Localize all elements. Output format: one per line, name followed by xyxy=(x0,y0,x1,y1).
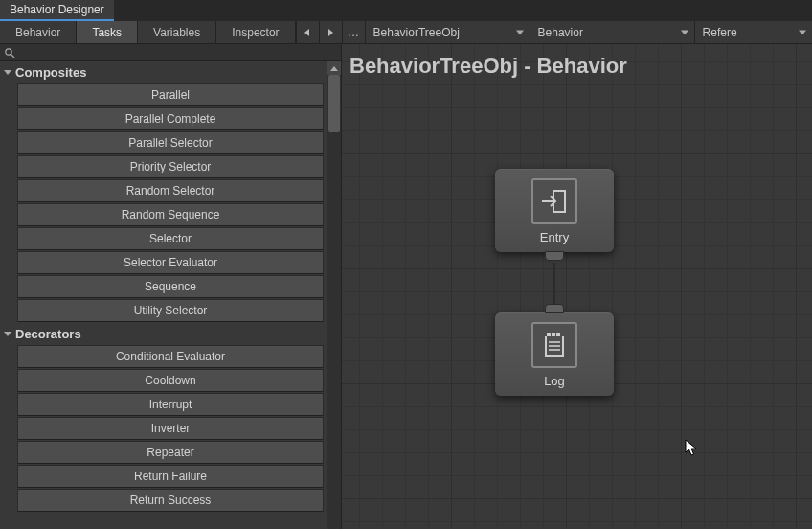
task-return-success[interactable]: Return Success xyxy=(17,489,324,512)
task-cooldown[interactable]: Cooldown xyxy=(17,369,324,392)
node-label: Log xyxy=(544,374,565,388)
behavior-selector[interactable]: Behavior xyxy=(530,21,694,44)
task-parallel-complete[interactable]: Parallel Complete xyxy=(17,107,324,130)
node-label: Entry xyxy=(540,230,569,244)
canvas-grid xyxy=(342,44,812,529)
task-return-failure[interactable]: Return Failure xyxy=(17,465,324,488)
task-random-selector[interactable]: Random Selector xyxy=(17,179,324,202)
task-selector[interactable]: Selector xyxy=(17,227,324,250)
category-header-decorators[interactable]: Decorators xyxy=(0,323,327,344)
node-port-out[interactable] xyxy=(545,251,564,261)
task-sequence[interactable]: Sequence xyxy=(17,275,324,298)
tab-tasks[interactable]: Tasks xyxy=(77,21,138,43)
task-parallel-selector[interactable]: Parallel Selector xyxy=(17,131,324,154)
category-header-composites[interactable]: Composites xyxy=(0,61,327,82)
options-button[interactable]: … xyxy=(342,21,365,44)
task-list: Composites Parallel Parallel Complete Pa… xyxy=(0,61,341,529)
tab-variables[interactable]: Variables xyxy=(138,21,216,43)
scrollbar-thumb[interactable] xyxy=(328,75,340,132)
panel-tabs-row: Behavior Tasks Variables Inspector … Beh… xyxy=(0,21,812,44)
tree-selector[interactable]: BehaviorTreeObj xyxy=(365,21,530,44)
log-icon xyxy=(531,322,577,368)
task-inverter[interactable]: Inverter xyxy=(17,417,324,440)
task-random-sequence[interactable]: Random Sequence xyxy=(17,203,324,226)
node-entry[interactable]: Entry xyxy=(495,169,614,252)
canvas-toolbar: … BehaviorTreeObj Behavior Refere xyxy=(296,21,812,43)
graph-canvas[interactable]: BehaviorTreeObj - Behavior Entry xyxy=(342,44,812,529)
referenced-selector[interactable]: Refere xyxy=(694,21,812,44)
nav-prev-button[interactable] xyxy=(296,21,319,44)
task-interrupt[interactable]: Interrupt xyxy=(17,393,324,416)
svg-point-0 xyxy=(6,48,11,54)
tab-inspector[interactable]: Inspector xyxy=(216,21,295,43)
task-priority-selector[interactable]: Priority Selector xyxy=(17,155,324,178)
node-port-in[interactable] xyxy=(545,304,564,313)
search-row xyxy=(0,44,341,61)
task-repeater[interactable]: Repeater xyxy=(17,441,324,464)
task-conditional-evaluator[interactable]: Conditional Evaluator xyxy=(17,345,324,368)
task-utility-selector[interactable]: Utility Selector xyxy=(17,299,324,322)
entry-icon xyxy=(531,178,577,224)
search-input[interactable] xyxy=(17,46,337,59)
nav-next-button[interactable] xyxy=(319,21,342,44)
tab-behavior[interactable]: Behavior xyxy=(0,21,77,43)
task-selector-evaluator[interactable]: Selector Evaluator xyxy=(17,251,324,274)
scrollbar-up-button[interactable] xyxy=(327,61,341,75)
node-log[interactable]: Log xyxy=(495,312,614,396)
search-icon xyxy=(4,47,15,58)
task-parallel[interactable]: Parallel xyxy=(17,83,324,106)
window-tab-strip: Behavior Designer xyxy=(0,0,812,21)
scrollbar-track[interactable] xyxy=(327,61,341,529)
canvas-title: BehaviorTreeObj - Behavior xyxy=(350,54,627,79)
svg-line-1 xyxy=(11,54,14,57)
task-panel: Composites Parallel Parallel Complete Pa… xyxy=(0,44,342,529)
window-tab-behavior-designer[interactable]: Behavior Designer xyxy=(0,0,114,21)
